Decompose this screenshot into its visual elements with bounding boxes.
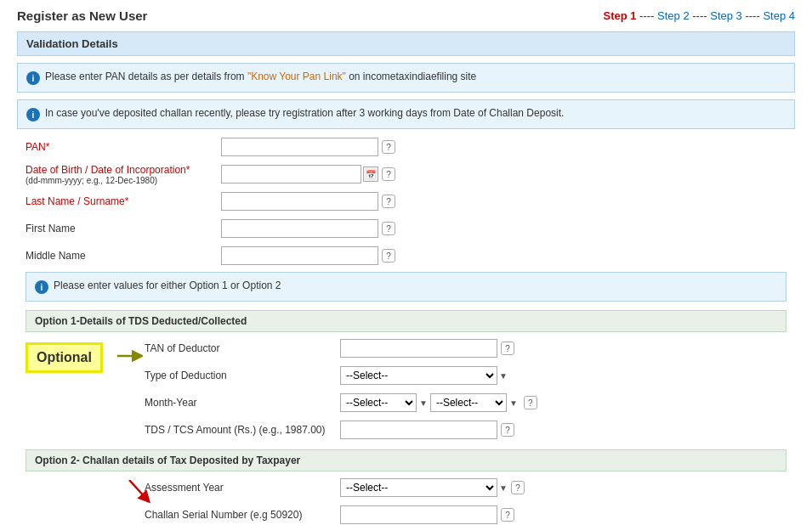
steps-nav: Step 1 ---- Step 2 ---- Step 3 ---- Step… [603, 9, 795, 22]
option2-section: Option 2- Challan details of Tax Deposit… [26, 449, 786, 525]
info-text-options: Please enter values for either Option 1 … [54, 279, 281, 291]
step2-label: Step 2 [657, 9, 690, 22]
option1-header: Option 1-Details of TDS Deducted/Collect… [26, 310, 786, 332]
challan-serial-help-icon[interactable]: ? [501, 508, 514, 522]
tds-amount-input[interactable] [340, 421, 497, 439]
info-box-1: i Please enter PAN details as per detail… [17, 63, 795, 93]
optional-area: Optional TAN of Deductor ? [26, 337, 786, 441]
month-dropdown-arrow: ▼ [419, 398, 428, 408]
month-year-label: Month-Year [145, 397, 340, 409]
pan-input[interactable] [221, 138, 378, 156]
info-box-options: i Please enter values for either Option … [26, 272, 786, 302]
step-sep3: ---- [745, 9, 759, 22]
type-deduction-row: Type of Deduction --Select-- ▼ [26, 364, 786, 387]
last-name-help-icon[interactable]: ? [382, 195, 395, 208]
last-name-label: Last Name / Surname* [26, 195, 221, 207]
pan-help-icon[interactable]: ? [382, 140, 395, 154]
step-sep1: ---- [639, 9, 654, 22]
info-icon-1: i [26, 71, 40, 85]
option1-section: Option 1-Details of TDS Deducted/Collect… [26, 310, 786, 441]
step4-label: Step 4 [763, 9, 795, 22]
page-title: Register as New User [17, 8, 147, 23]
middle-name-input[interactable] [221, 246, 378, 265]
tds-amount-row: TDS / TCS Amount (Rs.) (e.g., 1987.00) ? [26, 419, 786, 441]
tan-input[interactable] [340, 339, 497, 358]
month-year-row: Month-Year --Select-- ▼ --Select-- ▼ ? [26, 392, 786, 414]
step-sep2: ---- [692, 9, 707, 22]
last-name-input[interactable] [221, 192, 378, 211]
header-row: Register as New User Step 1 ---- Step 2 … [17, 8, 795, 23]
assessment-year-label: Assessment Year [145, 482, 340, 494]
tan-label: TAN of Deductor [145, 342, 340, 354]
year-dropdown-arrow: ▼ [509, 398, 518, 408]
first-name-row: First Name ? [26, 217, 786, 240]
middle-name-label: Middle Name [26, 250, 221, 262]
validation-details-header: Validation Details [17, 31, 795, 56]
page-container: Register as New User Step 1 ---- Step 2 … [0, 0, 812, 525]
yellow-arrow-icon [117, 348, 143, 364]
tds-amount-label: TDS / TCS Amount (Rs.) (e.g., 1987.00) [145, 424, 340, 436]
month-year-help-icon[interactable]: ? [524, 396, 537, 409]
svg-line-3 [129, 480, 146, 499]
first-name-input[interactable] [221, 219, 378, 238]
tds-amount-help-icon[interactable]: ? [501, 423, 514, 437]
option2-header: Option 2- Challan details of Tax Deposit… [26, 449, 786, 471]
middle-name-row: Middle Name ? [26, 245, 786, 267]
know-your-pan-link[interactable]: "Know Your Pan Link" [247, 71, 346, 82]
tan-help-icon[interactable]: ? [501, 342, 514, 355]
challan-serial-label: Challan Serial Number (e.g 50920) [145, 509, 340, 521]
dob-help-icon[interactable]: ? [382, 167, 395, 181]
dob-row: Date of Birth / Date of Incorporation* (… [26, 163, 786, 185]
step1-label: Step 1 [603, 9, 636, 22]
info-text-2: In case you've deposited challan recentl… [45, 107, 564, 119]
month-year-inputs: --Select-- ▼ --Select-- ▼ ? [340, 393, 537, 412]
assessment-dropdown-arrow: ▼ [499, 483, 508, 493]
first-name-help-icon[interactable]: ? [382, 222, 395, 235]
info-icon-2: i [26, 108, 40, 121]
year-select[interactable]: --Select-- [430, 393, 507, 412]
select-dropdown-arrow: ▼ [499, 371, 508, 381]
dob-label: Date of Birth / Date of Incorporation* (… [26, 164, 221, 185]
middle-name-help-icon[interactable]: ? [382, 249, 395, 262]
step3-label: Step 3 [710, 9, 742, 22]
red-arrow-icon [126, 480, 151, 505]
pan-label: PAN* [26, 141, 221, 153]
assessment-year-help-icon[interactable]: ? [511, 481, 525, 494]
assessment-year-select[interactable]: --Select-- 2023-24 2022-23 [340, 478, 497, 497]
info-text-1: Please enter PAN details as per details … [45, 71, 476, 82]
challan-serial-input[interactable] [340, 505, 497, 524]
optional-badge: Optional [26, 342, 103, 373]
challan-serial-row: Challan Serial Number (e.g 50920) ? [26, 504, 786, 525]
info-icon-options: i [35, 280, 48, 294]
info-box-2: i In case you've deposited challan recen… [17, 99, 795, 129]
dob-input[interactable] [221, 165, 361, 183]
type-deduction-select[interactable]: --Select-- [340, 366, 497, 385]
first-name-label: First Name [26, 223, 221, 234]
pan-row: PAN* ? [26, 136, 786, 158]
form-area: PAN* ? Date of Birth / Date of Incorpora… [17, 136, 795, 525]
calendar-icon[interactable]: 📅 [363, 167, 378, 182]
type-deduction-label: Type of Deduction [145, 370, 340, 381]
month-select[interactable]: --Select-- [340, 393, 417, 412]
last-name-row: Last Name / Surname* ? [26, 190, 786, 212]
